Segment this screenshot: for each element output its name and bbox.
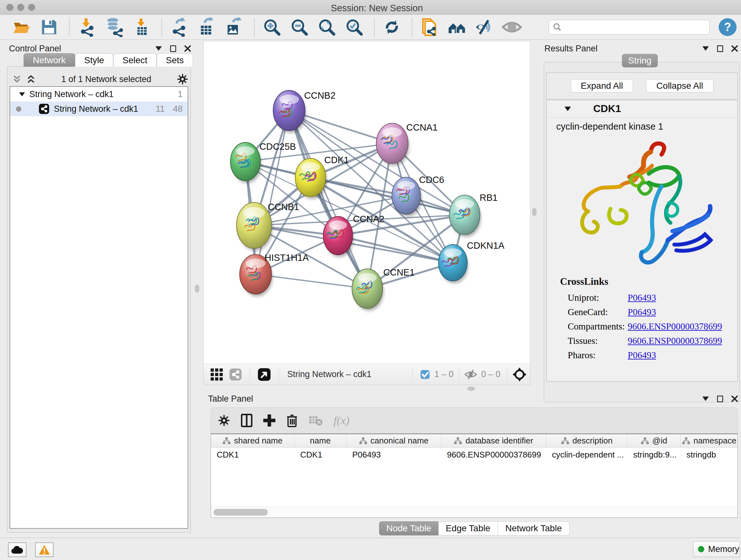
hidden-eye-icon xyxy=(464,369,477,380)
tab-style[interactable]: Style xyxy=(75,53,113,67)
show-hide-graphics-details-button[interactable] xyxy=(474,17,495,37)
export-table-button[interactable] xyxy=(197,17,217,37)
birds-eye-view-icon[interactable] xyxy=(258,368,271,381)
selected-checkbox[interactable] xyxy=(420,370,430,379)
panel-menu-icon[interactable] xyxy=(702,46,709,51)
float-panel-icon[interactable] xyxy=(717,395,723,402)
cloud-button[interactable] xyxy=(8,543,26,557)
expand-all-button[interactable]: Expand All xyxy=(570,79,633,92)
close-panel-icon[interactable] xyxy=(731,45,738,52)
share-view-icon[interactable] xyxy=(229,368,242,381)
crosslink-link[interactable]: P06493 xyxy=(628,350,656,361)
fit-selected-crosshair-icon[interactable] xyxy=(512,367,527,382)
help-button[interactable]: ? xyxy=(719,18,737,36)
cell-shared-name[interactable]: CDK1 xyxy=(211,448,294,462)
network-canvas[interactable]: CDK1CCNB1CCNB2CCNA1CCNA2CCNE1CDC6CDC25BC… xyxy=(204,41,530,364)
network-node-CDKN1A[interactable]: CDKN1A xyxy=(439,240,504,284)
cell-name[interactable]: CDK1 xyxy=(294,448,347,462)
column-header-shared-name[interactable]: shared name xyxy=(211,434,294,447)
tab-node-table[interactable]: Node Table xyxy=(379,521,439,536)
network-node-CDK1[interactable]: CDK1 xyxy=(295,155,349,199)
search-input[interactable] xyxy=(565,22,705,32)
network-node-HIST1H1A[interactable]: HIST1H1A xyxy=(240,253,309,297)
memory-button[interactable]: Memory xyxy=(693,541,740,557)
protein-card-header[interactable]: CDK1 xyxy=(547,100,738,118)
horizontal-scrollbar[interactable] xyxy=(211,507,738,517)
column-header-namespace[interactable]: namespace xyxy=(681,434,738,447)
network-collection-row[interactable]: String Network – cdk1 1 xyxy=(10,87,188,102)
cell-canonical-name[interactable]: P06493 xyxy=(347,448,441,462)
column-header-description[interactable]: description xyxy=(546,434,628,447)
network-edge-count: 48 xyxy=(173,104,183,114)
string-web-page-button[interactable] xyxy=(419,17,440,37)
crosslink-link[interactable]: P06493 xyxy=(628,307,656,317)
warnings-button[interactable] xyxy=(35,543,54,557)
refresh-network-button[interactable] xyxy=(382,17,402,37)
network-node-CCNA2[interactable]: CCNA2 xyxy=(323,214,384,257)
toolbar-divider xyxy=(507,367,507,382)
cell-database-identifier[interactable]: 9606.ENSP00000378699 xyxy=(441,448,546,462)
column-header-database-identifier[interactable]: database identifier xyxy=(441,434,546,447)
tab-edge-table[interactable]: Edge Table xyxy=(439,521,498,536)
collapse-all-button[interactable]: Collapse All xyxy=(646,79,714,92)
bottom-splitter-grip[interactable] xyxy=(467,387,475,391)
float-panel-icon[interactable] xyxy=(717,45,723,52)
crosslink-link[interactable]: P06493 xyxy=(628,293,656,303)
network-node-CDC6[interactable]: CDC6 xyxy=(392,175,444,217)
node-label-CCNA1: CCNA1 xyxy=(406,122,437,132)
zoom-selected-button[interactable] xyxy=(344,17,364,37)
table-row[interactable]: CDK1 CDK1 P06493 9606.ENSP00000378699 cy… xyxy=(211,448,738,462)
zoom-out-button[interactable] xyxy=(289,17,310,37)
export-network-button[interactable] xyxy=(169,17,190,37)
tab-string[interactable]: String xyxy=(622,54,658,67)
cell-description[interactable]: cyclin-dependent ... xyxy=(546,448,628,462)
tab-network-table[interactable]: Network Table xyxy=(498,521,569,536)
home-button[interactable] xyxy=(447,17,467,37)
crosslink-link[interactable]: 9606.ENSP00000378699 xyxy=(628,335,722,346)
crosslink-link[interactable]: 9606.ENSP00000378699 xyxy=(628,321,722,332)
column-header-name[interactable]: name xyxy=(294,434,347,447)
collapse-all-chevron-icon[interactable] xyxy=(12,74,22,84)
panel-menu-icon[interactable] xyxy=(702,396,709,401)
network-row[interactable]: String Network – cdk1 11 48 xyxy=(10,102,188,116)
cell-namespace[interactable]: stringdb xyxy=(681,448,738,462)
tab-select[interactable]: Select xyxy=(113,53,157,67)
delete-columns-icon[interactable] xyxy=(286,414,298,427)
network-node-CCNE1[interactable]: CCNE1 xyxy=(352,267,414,311)
open-session-button[interactable] xyxy=(11,17,32,37)
network-node-CCNB2[interactable]: CCNB2 xyxy=(273,90,335,133)
float-panel-icon[interactable] xyxy=(170,45,176,52)
column-header-id[interactable]: @id xyxy=(627,434,681,447)
right-splitter-grip[interactable] xyxy=(532,208,536,216)
column-header-canonical-name[interactable]: canonical name xyxy=(347,434,441,447)
network-options-gear-icon[interactable] xyxy=(177,73,188,85)
eye-button[interactable] xyxy=(502,17,522,37)
left-splitter-grip[interactable] xyxy=(195,285,199,293)
collection-disclosure-icon[interactable] xyxy=(19,92,25,97)
close-panel-icon[interactable] xyxy=(185,45,191,52)
close-panel-icon[interactable] xyxy=(731,395,738,402)
tab-network[interactable]: Network xyxy=(23,53,75,67)
tab-sets[interactable]: Sets xyxy=(157,53,193,67)
zoom-fit-button[interactable] xyxy=(317,17,337,37)
export-image-button[interactable] xyxy=(224,17,245,37)
import-network-button[interactable] xyxy=(77,17,97,37)
cell-id[interactable]: stringdb:9... xyxy=(627,448,681,462)
panel-menu-icon[interactable] xyxy=(155,46,162,51)
import-table-button[interactable] xyxy=(131,17,152,37)
show-columns-icon[interactable] xyxy=(241,414,253,427)
create-column-icon[interactable] xyxy=(263,415,275,427)
network-node-CCNA1[interactable]: CCNA1 xyxy=(376,122,437,166)
network-node-CDC25B[interactable]: CDC25B xyxy=(230,141,296,183)
network-edge-CCNA2-CDKN1A[interactable] xyxy=(338,236,453,263)
network-node-RB1[interactable]: RB1 xyxy=(449,192,497,237)
grid-view-icon[interactable] xyxy=(210,368,223,381)
zoom-in-button[interactable] xyxy=(262,17,282,37)
protein-disclosure-icon[interactable] xyxy=(564,107,571,111)
import-network-from-database-button[interactable] xyxy=(104,17,125,37)
table-options-gear-icon[interactable] xyxy=(218,415,230,427)
network-node-CCNB1[interactable]: CCNB1 xyxy=(237,202,299,251)
save-session-button[interactable] xyxy=(39,17,59,37)
expand-all-chevron-icon[interactable] xyxy=(26,74,36,84)
scrollbar-thumb[interactable] xyxy=(213,509,268,516)
